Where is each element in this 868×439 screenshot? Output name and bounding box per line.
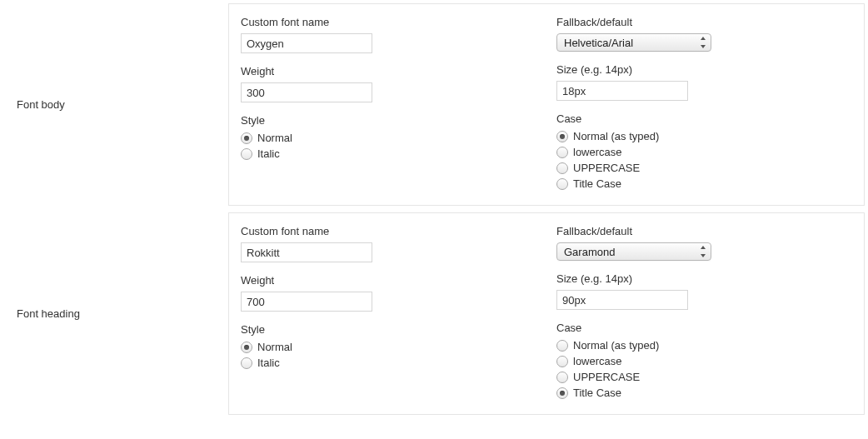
weight-input[interactable] bbox=[241, 82, 372, 102]
custom-font-name-field-label: Custom font name bbox=[241, 16, 531, 28]
radio-icon bbox=[241, 357, 252, 369]
weight-field: Weight bbox=[241, 65, 531, 102]
case-field-label: Case bbox=[556, 322, 847, 334]
style-field-group: NormalItalic bbox=[241, 132, 531, 160]
font-name-input[interactable] bbox=[241, 33, 372, 53]
style-field: StyleNormalItalic bbox=[241, 114, 531, 160]
case-field-group: Normal (as typed)lowercaseUPPERCASETitle… bbox=[556, 130, 847, 190]
size-field-label: Size (e.g. 14px) bbox=[556, 63, 847, 76]
custom-font-name-field: Custom font name bbox=[241, 225, 531, 262]
case-radio[interactable]: lowercase bbox=[556, 146, 847, 158]
case-radio-label: lowercase bbox=[573, 355, 622, 367]
size-input[interactable] bbox=[556, 81, 688, 101]
radio-icon bbox=[241, 148, 252, 160]
case-radio[interactable]: UPPERCASE bbox=[556, 162, 847, 174]
case-radio[interactable]: Title Case bbox=[556, 177, 847, 190]
style-field-label: Style bbox=[241, 114, 531, 127]
radio-icon bbox=[556, 340, 568, 352]
font-section-body: Font bodyCustom font nameWeightStyleNorm… bbox=[3, 3, 865, 206]
radio-icon bbox=[556, 178, 568, 190]
radio-icon bbox=[556, 356, 568, 367]
font-name-input[interactable] bbox=[241, 242, 372, 262]
radio-icon bbox=[556, 162, 568, 174]
section-panel: Custom font nameWeightStyleNormalItalicF… bbox=[228, 3, 865, 206]
fallback-select[interactable]: Garamond bbox=[556, 242, 711, 261]
radio-icon bbox=[556, 147, 568, 158]
style-radio[interactable]: Normal bbox=[241, 132, 531, 144]
fallback-select[interactable]: Helvetica/Arial bbox=[556, 33, 711, 52]
style-radio[interactable]: Normal bbox=[241, 341, 531, 353]
size-field-label: Size (e.g. 14px) bbox=[556, 272, 847, 285]
custom-font-name-field-label: Custom font name bbox=[241, 225, 531, 237]
section-panel: Custom font nameWeightStyleNormalItalicF… bbox=[228, 212, 865, 415]
fallback-field-label: Fallback/default bbox=[556, 16, 847, 28]
fallback-select-wrap: Garamond bbox=[556, 242, 711, 261]
style-radio-label: Normal bbox=[257, 341, 292, 353]
radio-icon bbox=[241, 132, 252, 144]
case-field: CaseNormal (as typed)lowercaseUPPERCASET… bbox=[556, 112, 847, 190]
size-field: Size (e.g. 14px) bbox=[556, 63, 847, 101]
style-field: StyleNormalItalic bbox=[241, 323, 531, 369]
left-column: Custom font nameWeightStyleNormalItalic bbox=[232, 225, 548, 402]
weight-field: Weight bbox=[241, 274, 531, 312]
case-radio-label: Title Case bbox=[573, 387, 621, 399]
radio-icon bbox=[556, 131, 568, 142]
style-radio-label: Italic bbox=[257, 147, 280, 160]
case-radio-label: Normal (as typed) bbox=[573, 130, 659, 142]
style-radio-label: Italic bbox=[257, 357, 280, 369]
style-radio[interactable]: Italic bbox=[241, 147, 531, 160]
radio-icon bbox=[556, 372, 568, 383]
radio-icon bbox=[241, 342, 252, 353]
size-input[interactable] bbox=[556, 290, 688, 310]
case-radio[interactable]: UPPERCASE bbox=[556, 371, 847, 383]
style-field-label: Style bbox=[241, 323, 531, 336]
size-field: Size (e.g. 14px) bbox=[556, 272, 847, 310]
weight-field-label: Weight bbox=[241, 65, 531, 77]
fallback-field-label: Fallback/default bbox=[556, 225, 847, 237]
fallback-select-wrap: Helvetica/Arial bbox=[556, 33, 711, 52]
right-column: Fallback/defaultGaramondSize (e.g. 14px)… bbox=[548, 225, 864, 402]
fallback-field: Fallback/defaultHelvetica/Arial bbox=[556, 16, 847, 52]
case-radio[interactable]: lowercase bbox=[556, 355, 847, 367]
custom-font-name-field: Custom font name bbox=[241, 16, 531, 53]
case-radio[interactable]: Title Case bbox=[556, 387, 847, 399]
style-field-group: NormalItalic bbox=[241, 341, 531, 369]
weight-field-label: Weight bbox=[241, 274, 531, 287]
case-radio[interactable]: Normal (as typed) bbox=[556, 339, 847, 352]
left-column: Custom font nameWeightStyleNormalItalic bbox=[232, 16, 548, 193]
weight-input[interactable] bbox=[241, 292, 372, 312]
case-field-group: Normal (as typed)lowercaseUPPERCASETitle… bbox=[556, 339, 847, 399]
section-label: Font body bbox=[3, 3, 228, 206]
right-column: Fallback/defaultHelvetica/ArialSize (e.g… bbox=[548, 16, 864, 193]
font-section-heading: Font headingCustom font nameWeightStyleN… bbox=[3, 212, 865, 415]
section-label: Font heading bbox=[3, 212, 228, 415]
case-radio-label: Normal (as typed) bbox=[573, 339, 659, 352]
case-field-label: Case bbox=[556, 112, 847, 125]
style-radio[interactable]: Italic bbox=[241, 357, 531, 369]
case-radio-label: Title Case bbox=[573, 177, 621, 190]
case-field: CaseNormal (as typed)lowercaseUPPERCASET… bbox=[556, 322, 847, 399]
case-radio-label: lowercase bbox=[573, 146, 622, 158]
radio-icon bbox=[556, 387, 568, 399]
style-radio-label: Normal bbox=[257, 132, 292, 144]
case-radio[interactable]: Normal (as typed) bbox=[556, 130, 847, 142]
case-radio-label: UPPERCASE bbox=[573, 162, 640, 174]
case-radio-label: UPPERCASE bbox=[573, 371, 640, 383]
fallback-field: Fallback/defaultGaramond bbox=[556, 225, 847, 261]
